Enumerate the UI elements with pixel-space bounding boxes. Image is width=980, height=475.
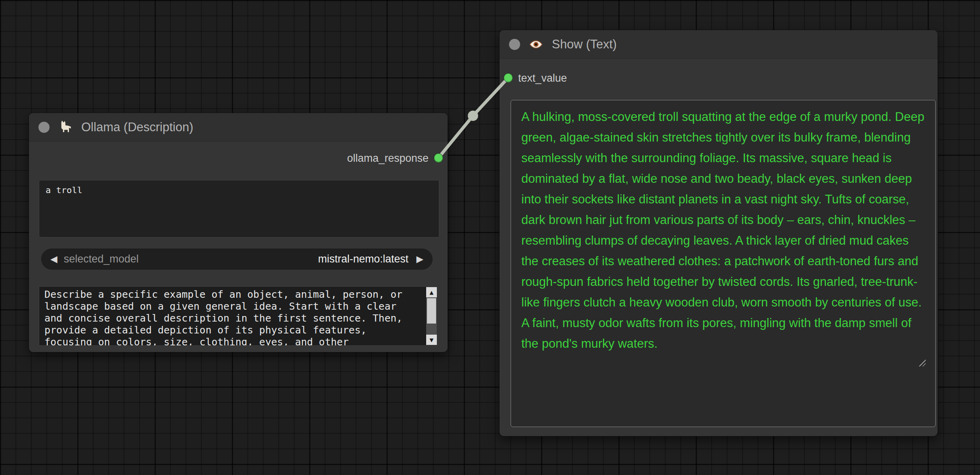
- eye-icon: [528, 36, 544, 52]
- scrollbar-thumb[interactable]: [427, 298, 436, 324]
- node-title: Show (Text): [552, 37, 617, 52]
- scrollbar[interactable]: ▲ ▼: [426, 287, 437, 345]
- show-text-output[interactable]: A hulking, moss-covered troll squatting …: [511, 100, 936, 427]
- input-slot-dot[interactable]: [504, 74, 513, 82]
- input-slot-label: text_value: [518, 72, 567, 84]
- model-widget-label: selected_model: [64, 253, 139, 265]
- scrollbar-track[interactable]: [426, 297, 437, 335]
- model-next-arrow-icon[interactable]: ▶: [416, 255, 423, 264]
- node-status-dot[interactable]: [38, 122, 50, 133]
- link-ollama-response-to-text-value[interactable]: [438, 78, 508, 158]
- output-slot-label: ollama_response: [347, 152, 429, 165]
- model-prev-arrow-icon[interactable]: ◀: [50, 255, 57, 264]
- node-title-bar[interactable]: Ollama (Description): [29, 113, 448, 142]
- node-title: Ollama (Description): [81, 120, 193, 134]
- system-prompt-text: Describe a specific example of an object…: [44, 289, 418, 346]
- input-slot-text-value[interactable]: text_value: [504, 71, 567, 85]
- llama-icon: [57, 119, 73, 135]
- scroll-up-icon[interactable]: ▲: [426, 287, 437, 297]
- scroll-down-icon[interactable]: ▼: [426, 335, 437, 345]
- node-show-text[interactable]: Show (Text) text_value A hulking, moss-c…: [500, 30, 938, 436]
- link-reroute-dot[interactable]: [468, 111, 478, 121]
- node-title-bar[interactable]: Show (Text): [500, 30, 938, 59]
- selected-model-widget[interactable]: ◀ selected_model mistral-nemo:latest ▶: [41, 249, 433, 270]
- text-prompt-input[interactable]: a troll: [39, 180, 439, 238]
- node-ollama-description[interactable]: Ollama (Description) ollama_response a t…: [29, 113, 448, 352]
- output-slot-ollama-response[interactable]: ollama_response: [347, 151, 443, 165]
- node-status-dot[interactable]: [509, 39, 520, 50]
- model-widget-value: mistral-nemo:latest: [139, 253, 408, 265]
- output-slot-dot[interactable]: [434, 154, 443, 163]
- system-prompt-textarea[interactable]: Describe a specific example of an object…: [39, 286, 438, 346]
